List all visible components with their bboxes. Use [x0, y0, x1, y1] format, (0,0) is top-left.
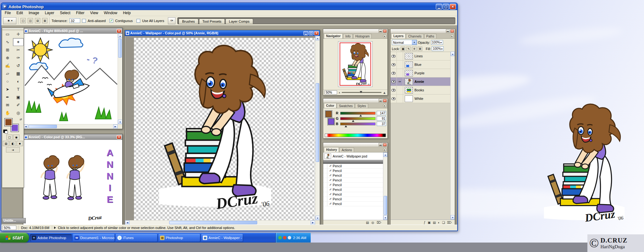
color-spectrum-ramp[interactable]	[325, 134, 386, 137]
fullscreen-button[interactable]: ■	[17, 141, 23, 146]
history-source-cell[interactable]	[323, 183, 327, 187]
new-snapshot-button[interactable]: ◎	[371, 221, 374, 224]
minimize-icon[interactable]: ▁	[303, 31, 308, 35]
delete-state-button[interactable]: ⌦	[377, 221, 381, 224]
layer-row-annie[interactable]: ✑ Annie	[391, 77, 450, 86]
document-title-bar[interactable]: ▣ AnnieC - Color.psd @ 33.3% (RG... ✕	[23, 134, 122, 140]
palette-minimize-icon[interactable]: ▬	[379, 29, 382, 33]
blue-slider[interactable]	[340, 123, 375, 125]
menu-image[interactable]: Image	[26, 10, 42, 16]
lock-image-button[interactable]: ✎	[406, 47, 411, 51]
zoom-slider-handle[interactable]	[360, 91, 362, 93]
scroll-up-icon[interactable]: ▲	[383, 152, 387, 157]
palette-menu-icon[interactable]: ▸	[383, 104, 386, 107]
document-title-bar[interactable]: ▣ AnnieC - Flight 800x600.psd @ ... ✕	[23, 28, 122, 34]
menu-layer[interactable]: Layer	[42, 10, 57, 16]
history-state-row[interactable]: ✐Pencil	[323, 164, 383, 169]
palette-minimize-icon[interactable]: ▬	[379, 143, 382, 146]
green-slider-handle[interactable]	[352, 120, 354, 122]
vertical-scrollbar[interactable]: ▲ ▼	[315, 36, 319, 220]
anti-aliased-checkbox[interactable]	[82, 19, 86, 23]
scroll-down-icon[interactable]: ▼	[383, 215, 387, 220]
palette-menu-icon[interactable]: ▸	[383, 34, 386, 38]
maximize-button[interactable]: ▢	[443, 4, 449, 9]
taskbar-button-itunes[interactable]: ♪ iTunes	[116, 234, 157, 242]
tool-rectangular-marquee[interactable]: ▭	[2, 30, 13, 38]
blend-mode-dropdown[interactable]: Normal ▼	[392, 40, 417, 45]
history-snapshot-row[interactable]: AnnieC - Wallpaper.psd	[323, 152, 383, 160]
close-button[interactable]: ✕	[450, 4, 456, 9]
canvas[interactable]: ANNIE DCruz	[24, 140, 122, 225]
palette-title-bar[interactable]: ▬ ✕	[323, 143, 387, 147]
scroll-down-icon[interactable]: ▼	[315, 216, 319, 220]
palette-minimize-icon[interactable]: ▬	[379, 99, 382, 102]
tool-shape[interactable]: ▣	[13, 93, 24, 101]
history-state-row[interactable]: ✐Pencil	[323, 187, 383, 192]
document-window-color[interactable]: ▣ AnnieC - Color.psd @ 33.3% (RG... ✕ AN…	[23, 134, 123, 225]
foreground-color-swatch[interactable]	[325, 111, 332, 117]
tab-layer-comps[interactable]: Layer Comps	[225, 19, 253, 24]
menu-file[interactable]: File	[2, 10, 14, 16]
tray-shield-icon[interactable]	[278, 236, 282, 239]
tool-gradient[interactable]: ▦	[13, 70, 24, 77]
tool-hand[interactable]: ✋	[2, 109, 13, 117]
tray-itunes-icon[interactable]	[283, 236, 286, 239]
tab-channels[interactable]: Channels	[406, 34, 424, 38]
layer-style-button[interactable]: ƒ	[424, 221, 425, 224]
lock-position-button[interactable]: ✛	[412, 47, 417, 51]
tab-styles[interactable]: Styles	[355, 103, 368, 108]
red-slider-handle[interactable]	[359, 115, 362, 117]
lock-transparency-button[interactable]: ▦	[401, 47, 405, 51]
blue-slider-handle[interactable]	[345, 125, 347, 127]
link-cell[interactable]	[397, 94, 403, 103]
palette-menu-icon[interactable]: ▸	[383, 148, 386, 152]
link-cell[interactable]: ✑	[397, 77, 403, 86]
tab-swatches[interactable]: Swatches	[337, 103, 355, 108]
visibility-cell[interactable]	[391, 60, 397, 69]
history-state-row[interactable]: ✐Pencil	[323, 169, 383, 173]
subtract-selection-button[interactable]: ⊟	[35, 18, 40, 23]
tab-tool-presets[interactable]: Tool Presets	[199, 19, 225, 24]
quick-mask-mode-button[interactable]: ◉	[13, 135, 19, 140]
navigator-zoom-input[interactable]: 50%	[325, 90, 337, 94]
new-selection-button[interactable]: ▢	[20, 18, 26, 23]
menu-select[interactable]: Select	[57, 10, 73, 16]
document-window-wallpaper[interactable]: ▣ AnnieC - Wallpaper - Color.psd @ 50% (…	[125, 30, 320, 225]
tool-zoom[interactable]: ◎	[13, 109, 24, 117]
scroll-up-icon[interactable]: ▲	[118, 34, 122, 38]
zoom-in-icon[interactable]: ▲	[383, 91, 386, 94]
visibility-cell[interactable]	[391, 52, 397, 60]
zoom-out-icon[interactable]: ▲	[338, 91, 341, 94]
tray-volume-icon[interactable]	[288, 236, 291, 239]
close-icon[interactable]: ✕	[314, 31, 319, 35]
scroll-right-icon[interactable]: ▶	[113, 124, 118, 129]
palette-close-icon[interactable]: ✕	[450, 29, 454, 33]
layer-row-purple[interactable]: Purple	[391, 69, 450, 77]
horizontal-scrollbar[interactable]: ◀ ▶	[125, 220, 315, 225]
document-canvas-area[interactable]: ANNIE DCruz	[24, 140, 122, 225]
history-state-row[interactable]: ✐Pencil	[323, 178, 383, 183]
tab-actions[interactable]: Actions	[339, 147, 354, 152]
menu-window[interactable]: Window	[101, 10, 120, 16]
tab-color[interactable]: Color	[324, 103, 336, 108]
layer-row-books[interactable]: Books	[391, 86, 450, 94]
history-state-row[interactable]: ✐Pencil	[323, 197, 383, 202]
menu-filter[interactable]: Filter	[73, 10, 87, 16]
document-size-readout[interactable]: Doc: 4.10M/19.6M	[18, 226, 52, 230]
tab-navigator[interactable]: Navigator	[324, 33, 343, 38]
layer-row-blue[interactable]: Blue	[391, 60, 450, 69]
visibility-cell[interactable]	[391, 86, 397, 94]
green-slider[interactable]	[340, 117, 375, 120]
history-source-cell[interactable]	[323, 164, 327, 168]
history-state-row[interactable]: ✐Pencil	[323, 202, 383, 206]
canvas[interactable]	[24, 34, 118, 124]
layer-mask-button[interactable]: ▣	[428, 221, 430, 224]
tool-slice[interactable]: ✂	[13, 46, 24, 54]
palette-menu-icon[interactable]: ▸	[450, 34, 454, 38]
contiguous-checkbox[interactable]: ✓	[109, 19, 113, 23]
edit-in-imageready-button[interactable]: ➔	[6, 147, 20, 152]
taskbar-button-photoshop[interactable]: ✦ Adobe Photoshop	[30, 234, 72, 242]
navigator-view-box[interactable]	[340, 43, 371, 86]
history-state-row[interactable]: ✐Pencil	[323, 173, 383, 178]
visibility-cell[interactable]	[391, 69, 397, 77]
